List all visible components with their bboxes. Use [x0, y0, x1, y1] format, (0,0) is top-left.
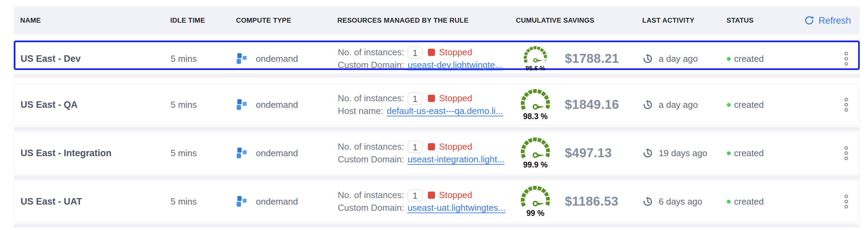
- refresh-button[interactable]: Refresh: [802, 15, 853, 26]
- next-section-strip: [14, 224, 860, 227]
- savings-percent: 99 %: [526, 209, 544, 218]
- savings-amount: $497.13: [565, 146, 612, 160]
- table-row[interactable]: US East - Integration 5 mins ondemand No…: [14, 132, 860, 174]
- column-header-name: NAME: [20, 16, 170, 24]
- domain-label: Custom Domain:: [338, 154, 404, 165]
- savings-percent: 98.3 %: [523, 112, 548, 121]
- instance-state: Stopped: [439, 93, 472, 104]
- savings-gauge-block: 99.9 %: [516, 137, 555, 170]
- clock-history-icon: [643, 100, 653, 110]
- refresh-icon: [804, 15, 814, 26]
- savings-gauge-icon: [522, 46, 549, 65]
- idle-time-value: 5 mins: [171, 54, 236, 64]
- status-dot: [727, 200, 731, 204]
- status-value: created: [734, 100, 764, 110]
- instances-label: No. of instances:: [338, 141, 404, 152]
- column-header-compute-type: COMPUTE TYPE: [236, 16, 337, 24]
- savings-gauge-icon: [519, 185, 552, 209]
- status-dot: [727, 151, 731, 155]
- table-body: US East - Dev 5 mins ondemand No. of ins…: [14, 41, 860, 223]
- refresh-label: Refresh: [818, 15, 851, 26]
- table-row[interactable]: US East - UAT 5 mins ondemand No. of ins…: [14, 180, 860, 223]
- instance-count-badge: 1: [408, 46, 423, 59]
- stopped-state-icon: [428, 192, 435, 199]
- idle-time-value: 5 mins: [171, 148, 236, 159]
- savings-amount: $1186.53: [565, 194, 618, 209]
- savings-percent: 99.9 %: [523, 160, 548, 170]
- savings-amount: $1788.21: [565, 51, 619, 66]
- row-gap: [14, 70, 860, 83]
- status-value: created: [734, 196, 764, 207]
- row-actions-kebab[interactable]: [844, 97, 848, 113]
- table-row[interactable]: US East - Dev 5 mins ondemand No. of ins…: [14, 41, 860, 70]
- instance-count-badge: 1: [408, 141, 423, 153]
- savings-gauge-block: 98.3 %: [516, 88, 555, 121]
- instance-count-badge: 1: [408, 92, 423, 105]
- compute-type-value: ondemand: [256, 100, 298, 110]
- compute-type-value: ondemand: [256, 148, 298, 159]
- compute-type-icon: [236, 196, 247, 207]
- rules-table: NAME IDLE TIME COMPUTE TYPE RESOURCES MA…: [14, 7, 860, 227]
- rule-name: US East - Integration: [21, 148, 112, 158]
- status-value: created: [734, 148, 764, 159]
- column-header-last-activity: LAST ACTIVITY: [642, 16, 727, 24]
- last-activity-value: a day ago: [659, 100, 698, 110]
- rule-name: US East - UAT: [21, 196, 82, 207]
- status-dot: [727, 103, 731, 107]
- instance-count-badge: 1: [408, 189, 423, 202]
- row-actions-kebab[interactable]: [844, 51, 848, 67]
- compute-type-icon: [236, 53, 247, 65]
- clock-history-icon: [643, 148, 653, 158]
- header-gap: [14, 34, 860, 41]
- resource-domain-link[interactable]: useast-integration.light...: [408, 154, 505, 165]
- stopped-state-icon: [428, 49, 435, 56]
- column-header-resources: RESOURCES MANAGED BY THE RULE: [337, 16, 516, 24]
- savings-gauge-block: 99 %: [516, 185, 555, 218]
- clock-history-icon: [643, 54, 653, 64]
- compute-type-value: ondemand: [256, 196, 298, 207]
- rule-name: US East - QA: [21, 100, 78, 110]
- row-gap: [14, 174, 860, 180]
- resource-domain-link[interactable]: useast-dev.lightwingte...: [408, 60, 503, 70]
- savings-gauge-block: 95.6 %: [520, 46, 551, 72]
- last-activity-value: a day ago: [659, 54, 698, 64]
- row-actions-kebab[interactable]: [844, 146, 848, 161]
- instance-state: Stopped: [439, 47, 472, 58]
- savings-gauge-icon: [519, 137, 552, 161]
- idle-time-value: 5 mins: [171, 100, 236, 110]
- status-dot: [727, 57, 731, 61]
- compute-type-value: ondemand: [256, 54, 298, 64]
- stopped-state-icon: [428, 95, 435, 102]
- last-activity-value: 6 days ago: [659, 196, 702, 207]
- table-row[interactable]: US East - QA 5 mins ondemand No. of inst…: [14, 83, 860, 126]
- domain-label: Custom Domain:: [338, 60, 404, 70]
- idle-time-value: 5 mins: [171, 196, 236, 207]
- resource-domain-link[interactable]: default-us-east---qa.demo.li...: [387, 106, 503, 116]
- clock-history-icon: [643, 196, 653, 207]
- compute-type-icon: [236, 99, 247, 111]
- stopped-state-icon: [428, 143, 435, 150]
- instances-label: No. of instances:: [338, 93, 404, 104]
- instances-label: No. of instances:: [338, 190, 404, 200]
- last-activity-value: 19 days ago: [659, 148, 707, 159]
- column-header-idle-time: IDLE TIME: [170, 16, 236, 24]
- compute-type-icon: [236, 148, 247, 159]
- domain-label: Host name:: [338, 106, 383, 116]
- instance-state: Stopped: [439, 141, 472, 152]
- table-header: NAME IDLE TIME COMPUTE TYPE RESOURCES MA…: [14, 7, 860, 34]
- status-value: created: [734, 54, 764, 64]
- rule-name: US East - Dev: [21, 54, 81, 64]
- column-header-savings: CUMULATIVE SAVINGS: [516, 16, 642, 24]
- savings-amount: $1849.16: [565, 97, 619, 112]
- instance-state: Stopped: [439, 190, 472, 200]
- domain-label: Custom Domain:: [338, 203, 404, 213]
- row-actions-kebab[interactable]: [844, 194, 848, 209]
- savings-gauge-icon: [519, 88, 552, 112]
- resource-domain-link[interactable]: useast-uat.lightwingtes...: [408, 203, 506, 213]
- row-gap: [14, 126, 860, 132]
- instances-label: No. of instances:: [338, 47, 404, 58]
